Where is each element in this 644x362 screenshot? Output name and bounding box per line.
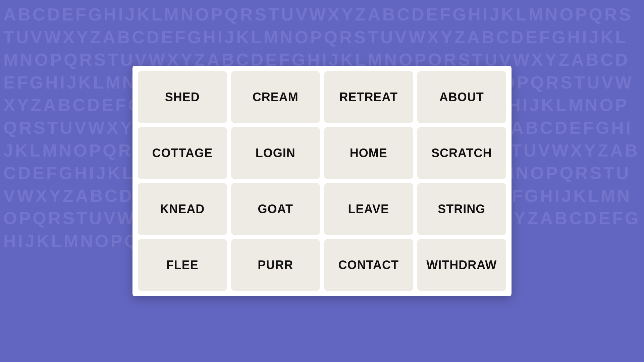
cell-label: KNEAD — [160, 202, 205, 216]
grid-cell-withdraw[interactable]: WITHDRAW — [417, 239, 506, 291]
cell-label: STRING — [438, 202, 485, 216]
cell-label: CREAM — [253, 90, 299, 104]
grid-cell-goat[interactable]: GOAT — [231, 183, 320, 235]
cell-label: HOME — [350, 146, 387, 160]
grid-cell-about[interactable]: ABOUT — [417, 71, 506, 123]
grid-cell-home[interactable]: HOME — [324, 127, 413, 179]
cell-label: SHED — [165, 90, 200, 104]
cell-label: COTTAGE — [152, 146, 213, 160]
cell-label: LOGIN — [256, 146, 296, 160]
grid-cell-cottage[interactable]: COTTAGE — [138, 127, 227, 179]
grid-cell-scratch[interactable]: SCRATCH — [417, 127, 506, 179]
cell-label: FLEE — [166, 258, 199, 272]
grid-cell-retreat[interactable]: RETREAT — [324, 71, 413, 123]
cell-label: GOAT — [258, 202, 293, 216]
grid-cell-string[interactable]: STRING — [417, 183, 506, 235]
grid-cell-login[interactable]: LOGIN — [231, 127, 320, 179]
grid-cell-contact[interactable]: CONTACT — [324, 239, 413, 291]
cell-label: WITHDRAW — [426, 258, 497, 272]
grid-cell-leave[interactable]: LEAVE — [324, 183, 413, 235]
word-grid: SHEDCREAMRETREATABOUTCOTTAGELOGINHOMESCR… — [138, 71, 506, 291]
grid-cell-shed[interactable]: SHED — [138, 71, 227, 123]
cell-label: ABOUT — [439, 90, 484, 104]
grid-cell-cream[interactable]: CREAM — [231, 71, 320, 123]
cell-label: CONTACT — [338, 258, 399, 272]
cell-label: SCRATCH — [431, 146, 492, 160]
cell-label: RETREAT — [339, 90, 398, 104]
grid-cell-flee[interactable]: FLEE — [138, 239, 227, 291]
cell-label: LEAVE — [348, 202, 389, 216]
cell-label: PURR — [258, 258, 293, 272]
grid-cell-purr[interactable]: PURR — [231, 239, 320, 291]
card-panel: SHEDCREAMRETREATABOUTCOTTAGELOGINHOMESCR… — [132, 66, 512, 296]
grid-cell-knead[interactable]: KNEAD — [138, 183, 227, 235]
